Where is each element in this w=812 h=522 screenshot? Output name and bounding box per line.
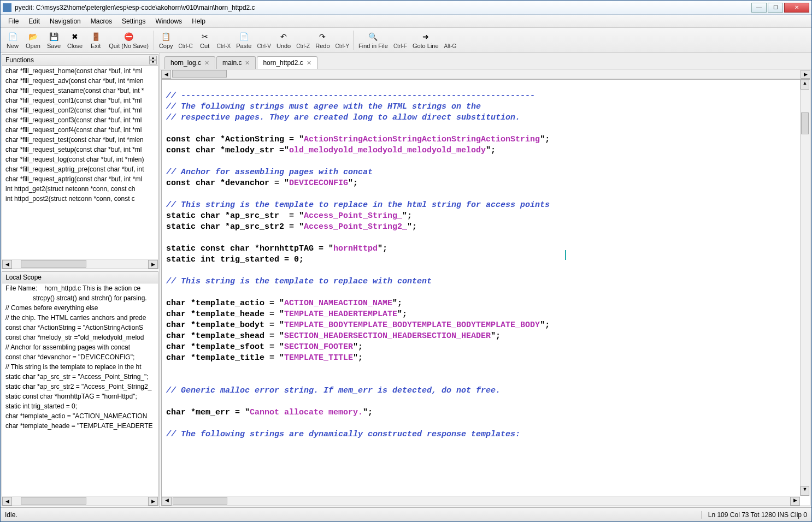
find-button[interactable]: 🔍Find in File: [355, 31, 391, 50]
list-item[interactable]: char *template_actio = "ACTION_NAMEACTIO…: [2, 411, 158, 421]
scope-header: Local Scope: [2, 272, 158, 283]
scroll-left-icon[interactable]: ◀: [161, 70, 171, 79]
paste-icon: 📄: [239, 32, 249, 41]
separator: [154, 31, 154, 50]
minimize-button[interactable]: —: [751, 3, 767, 13]
scope-list[interactable]: File Name: horn_httpd.c This is the acti…: [2, 283, 158, 496]
scroll-left-icon[interactable]: ◀: [2, 260, 12, 269]
save-button[interactable]: 💾Save: [44, 31, 64, 50]
tab-main[interactable]: main.c✕: [216, 56, 256, 69]
list-item[interactable]: char *fill_request_log(const char *buf, …: [2, 155, 158, 164]
close-file-button[interactable]: ✖Close: [64, 31, 86, 50]
undo-icon: ↶: [279, 32, 289, 41]
list-item[interactable]: static char *ap_src_str = "Access_Point_…: [2, 372, 158, 382]
list-item[interactable]: // This string is the template to replac…: [2, 362, 158, 372]
list-item[interactable]: char *fill_request_test(const char *buf,…: [2, 135, 158, 145]
scroll-thumb[interactable]: [173, 497, 227, 505]
list-item[interactable]: int httpd_post2(struct netconn *conn, co…: [2, 194, 158, 204]
paste-button[interactable]: 📄Paste: [233, 31, 255, 50]
menu-windows[interactable]: Windows: [151, 16, 186, 27]
close-tab-icon[interactable]: ✕: [245, 60, 250, 67]
editor-hscroll-bottom[interactable]: ◀ ▶: [162, 496, 800, 506]
tab-horn-log[interactable]: horn_log.c✕: [164, 56, 215, 69]
scroll-right-icon[interactable]: ▶: [801, 70, 810, 79]
close-tab-icon[interactable]: ✕: [307, 60, 311, 67]
quit-nosave-button[interactable]: ⛔Quit (No Save): [105, 31, 152, 50]
list-item[interactable]: static char *ap_src_str2 = "Access_Point…: [2, 382, 158, 391]
scroll-thumb[interactable]: [21, 497, 86, 505]
exit-button[interactable]: 🚪Exit: [86, 31, 105, 50]
new-file-icon: 📄: [8, 32, 17, 41]
list-item[interactable]: char *fill_request_setup(const char *buf…: [2, 145, 158, 155]
search-icon: 🔍: [368, 32, 378, 41]
list-item[interactable]: char *fill_request_conf4(const char *buf…: [2, 125, 158, 135]
scroll-left-icon[interactable]: ◀: [162, 497, 172, 506]
list-item[interactable]: strcpy() strcat() and strchr() for parsi…: [2, 293, 158, 303]
scroll-left-icon[interactable]: ◀: [2, 497, 12, 506]
list-item[interactable]: char *fill_request_aptrig(const char *bu…: [2, 174, 158, 184]
hscrollbar[interactable]: ◀▶: [2, 496, 158, 506]
list-item[interactable]: // the chip. The HTML carries anchors an…: [2, 313, 158, 323]
menu-file[interactable]: File: [4, 16, 23, 27]
editor-hscroll-top[interactable]: ◀ ▶: [161, 69, 810, 79]
menu-macros[interactable]: Macros: [86, 16, 116, 27]
list-item[interactable]: char *fill_request_adv(const char *buf, …: [2, 76, 158, 86]
menu-help[interactable]: Help: [187, 16, 210, 27]
goto-line-button[interactable]: ➜Goto Line: [409, 31, 442, 50]
list-item[interactable]: char *template_heade = "TEMPLATE_HEADERT…: [2, 421, 158, 431]
main-area: Functions ▲▼ char *fill_request_home(con…: [1, 53, 811, 507]
list-item[interactable]: char *fill_request_conf3(const char *buf…: [2, 115, 158, 125]
editor-area: horn_log.c✕ main.c✕ horn_httpd2.c✕ ◀ ▶ /…: [160, 53, 811, 507]
menu-navigation[interactable]: Navigation: [45, 16, 85, 27]
list-item[interactable]: // Anchor for assembling pages with conc…: [2, 342, 158, 352]
hscrollbar[interactable]: ◀▶: [2, 259, 158, 269]
scroll-right-icon[interactable]: ▶: [148, 497, 158, 506]
list-item[interactable]: char *fill_request_conf1(const char *buf…: [2, 96, 158, 105]
list-item[interactable]: const char *melody_str ="old_melodyold_m…: [2, 333, 158, 342]
editor-vscroll[interactable]: ▲ ▼: [800, 80, 810, 496]
list-item[interactable]: static const char *hornhttpTAG = "hornHt…: [2, 391, 158, 401]
code-content[interactable]: // -------------------------------------…: [162, 80, 810, 444]
goto-icon: ➜: [421, 32, 431, 41]
list-item[interactable]: const char *devanchor = "DEVICECONFIG";: [2, 352, 158, 362]
scroll-right-icon[interactable]: ▶: [790, 497, 800, 506]
scroll-right-icon[interactable]: ▶: [148, 260, 158, 269]
status-message: Idle.: [5, 511, 701, 519]
functions-list[interactable]: char *fill_request_home(const char *buf,…: [2, 66, 158, 259]
menu-edit[interactable]: Edit: [24, 16, 44, 27]
exit-icon: 🚪: [91, 32, 101, 41]
scroll-up-icon[interactable]: ▲: [801, 80, 809, 90]
tab-bar: horn_log.c✕ main.c✕ horn_httpd2.c✕: [160, 53, 811, 69]
code-editor[interactable]: // -------------------------------------…: [161, 79, 810, 506]
list-item[interactable]: char *fill_request_home(const char *buf,…: [2, 66, 158, 76]
cut-button[interactable]: ✂Cut: [195, 31, 215, 50]
scroll-thumb[interactable]: [21, 260, 86, 268]
scroll-thumb[interactable]: [801, 112, 809, 134]
scroll-down-icon[interactable]: ▼: [801, 486, 809, 496]
list-item[interactable]: const char *ActionString = "ActionString…: [2, 323, 158, 333]
redo-button[interactable]: ↷Redo: [312, 31, 333, 50]
copy-button[interactable]: 📋Copy: [156, 31, 176, 50]
scroll-up-icon[interactable]: ▲: [149, 56, 157, 60]
list-item[interactable]: int httpd_get2(struct netconn *conn, con…: [2, 184, 158, 194]
list-item[interactable]: File Name: horn_httpd.c This is the acti…: [2, 283, 158, 293]
separator: [353, 31, 354, 50]
quit-icon: ⛔: [124, 32, 134, 41]
scroll-thumb[interactable]: [172, 70, 227, 78]
save-icon: 💾: [49, 32, 58, 41]
close-tab-icon[interactable]: ✕: [204, 60, 209, 67]
list-item[interactable]: // Comes before everything else: [2, 303, 158, 313]
undo-button[interactable]: ↶Undo: [273, 31, 294, 50]
list-item[interactable]: char *fill_request_conf2(const char *buf…: [2, 105, 158, 115]
titlebar[interactable]: pyedit: C:\msys32\home\peterglen\esp\esp…: [1, 1, 811, 15]
list-item[interactable]: char *fill_request_aptrig_pre(const char…: [2, 164, 158, 174]
open-button[interactable]: 📂Open: [22, 31, 44, 50]
scroll-down-icon[interactable]: ▼: [149, 60, 157, 64]
list-item[interactable]: char *fill_request_staname(const char *b…: [2, 86, 158, 96]
menu-settings[interactable]: Settings: [117, 16, 150, 27]
new-button[interactable]: 📄New: [3, 31, 22, 50]
tab-horn-httpd2[interactable]: horn_httpd2.c✕: [257, 56, 317, 69]
maximize-button[interactable]: ☐: [768, 3, 783, 13]
close-button[interactable]: ✕: [784, 3, 809, 13]
list-item[interactable]: static int trig_started = 0;: [2, 401, 158, 411]
